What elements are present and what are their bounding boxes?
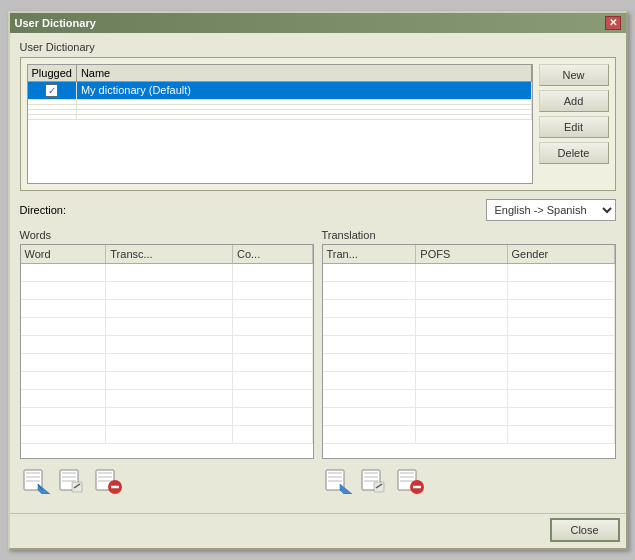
svg-rect-9: [62, 480, 76, 482]
col-pofs: POFS: [416, 245, 507, 264]
table-row[interactable]: [21, 317, 313, 335]
table-row[interactable]: [323, 299, 615, 317]
user-dictionary-label: User Dictionary: [20, 41, 616, 53]
bottom-bar: Close: [10, 513, 626, 548]
add-button[interactable]: Add: [539, 90, 609, 112]
direction-label: Direction:: [20, 204, 66, 216]
table-row[interactable]: [323, 389, 615, 407]
delete-translation-icon: [396, 466, 424, 494]
svg-rect-13: [98, 472, 112, 474]
col-co: Co...: [233, 245, 313, 264]
table-row[interactable]: [323, 317, 615, 335]
window-title: User Dictionary: [15, 17, 96, 29]
svg-rect-10: [72, 482, 82, 492]
col-plugged: Plugged: [28, 65, 77, 82]
table-row[interactable]: [323, 353, 615, 371]
svg-rect-27: [374, 482, 384, 492]
edit-entry-icon: [58, 466, 86, 494]
trans-edit-icon-button[interactable]: [358, 465, 390, 495]
words-panel: Words Word Transc... Co...: [20, 229, 314, 459]
svg-rect-2: [26, 476, 40, 478]
svg-rect-3: [26, 480, 40, 482]
add-translation-icon: [324, 466, 352, 494]
col-word: Word: [21, 245, 106, 264]
dictionary-section: Plugged Name My dictionary (Default): [20, 57, 616, 191]
svg-rect-14: [98, 476, 112, 478]
dictionary-table-container: Plugged Name My dictionary (Default): [27, 64, 533, 184]
translation-panel-label: Translation: [322, 229, 616, 241]
table-row[interactable]: [28, 114, 532, 119]
plugged-checkbox[interactable]: [45, 84, 58, 97]
translation-table-container: Tran... POFS Gender: [322, 244, 616, 459]
words-add-icon-button[interactable]: [20, 465, 52, 495]
close-window-button[interactable]: ✕: [605, 16, 621, 30]
svg-marker-4: [38, 484, 50, 494]
svg-rect-21: [328, 480, 342, 482]
svg-rect-30: [400, 472, 414, 474]
table-row[interactable]: [21, 389, 313, 407]
svg-rect-15: [98, 480, 112, 482]
svg-marker-22: [340, 484, 352, 494]
col-name: Name: [76, 65, 531, 82]
table-row[interactable]: [21, 371, 313, 389]
dictionary-action-buttons: New Add Edit Delete: [539, 64, 609, 184]
col-gender: Gender: [507, 245, 614, 264]
table-row[interactable]: [323, 335, 615, 353]
table-row[interactable]: [323, 407, 615, 425]
table-row[interactable]: [21, 263, 313, 281]
table-row[interactable]: [323, 263, 615, 281]
add-entry-icon: [22, 466, 50, 494]
delete-button[interactable]: Delete: [539, 142, 609, 164]
svg-rect-7: [62, 472, 76, 474]
words-delete-icon-button[interactable]: [92, 465, 124, 495]
svg-rect-25: [364, 476, 378, 478]
trans-delete-icon-button[interactable]: [394, 465, 426, 495]
svg-rect-31: [400, 476, 414, 478]
table-row[interactable]: [323, 425, 615, 443]
words-panel-label: Words: [20, 229, 314, 241]
dictionary-table: Plugged Name My dictionary (Default): [28, 65, 532, 120]
words-table-container: Word Transc... Co...: [20, 244, 314, 459]
svg-rect-26: [364, 480, 378, 482]
table-row[interactable]: [21, 407, 313, 425]
svg-rect-8: [62, 476, 76, 478]
titlebar: User Dictionary ✕: [10, 13, 626, 33]
col-tran: Tran...: [323, 245, 416, 264]
lower-section: Words Word Transc... Co...: [20, 229, 616, 459]
words-action-panel: [20, 465, 314, 495]
new-button[interactable]: New: [539, 64, 609, 86]
action-buttons-row: [20, 465, 616, 495]
table-row[interactable]: [21, 425, 313, 443]
table-row[interactable]: [21, 335, 313, 353]
translation-table: Tran... POFS Gender: [323, 245, 615, 444]
direction-row: Direction: English -> Spanish Spanish ->…: [20, 199, 616, 221]
table-row[interactable]: [21, 281, 313, 299]
col-transc: Transc...: [106, 245, 233, 264]
words-table: Word Transc... Co...: [21, 245, 313, 444]
translation-action-panel: [322, 465, 616, 495]
translation-panel: Translation Tran... POFS Gender: [322, 229, 616, 459]
edit-button[interactable]: Edit: [539, 116, 609, 138]
svg-rect-32: [400, 480, 414, 482]
delete-entry-icon: [94, 466, 122, 494]
user-dictionary-window: User Dictionary ✕ User Dictionary Plugge…: [8, 11, 628, 550]
row-name-cell: My dictionary (Default): [76, 81, 531, 99]
close-button[interactable]: Close: [550, 518, 620, 542]
svg-rect-24: [364, 472, 378, 474]
svg-rect-1: [26, 472, 40, 474]
table-row[interactable]: [323, 371, 615, 389]
table-row[interactable]: [21, 353, 313, 371]
row-plugged-cell: [28, 81, 77, 99]
edit-translation-icon: [360, 466, 388, 494]
table-row[interactable]: [323, 281, 615, 299]
trans-add-icon-button[interactable]: [322, 465, 354, 495]
direction-select[interactable]: English -> Spanish Spanish -> English: [486, 199, 616, 221]
table-row[interactable]: [21, 299, 313, 317]
svg-rect-19: [328, 472, 342, 474]
svg-rect-20: [328, 476, 342, 478]
words-edit-icon-button[interactable]: [56, 465, 88, 495]
table-row[interactable]: My dictionary (Default): [28, 81, 532, 99]
